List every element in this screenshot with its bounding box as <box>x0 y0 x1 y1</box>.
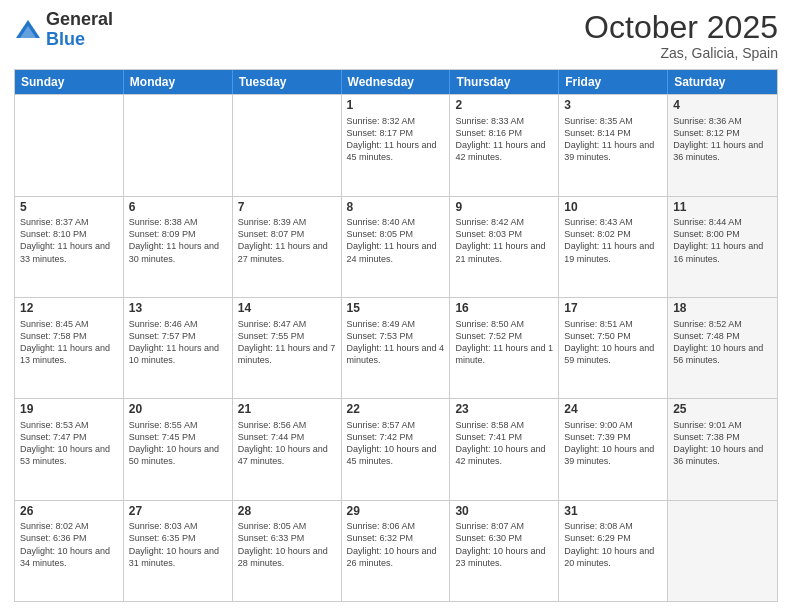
calendar-cell <box>15 95 124 195</box>
day-of-week-saturday: Saturday <box>668 70 777 94</box>
day-number: 28 <box>238 504 336 520</box>
day-number: 17 <box>564 301 662 317</box>
calendar-cell: 19Sunrise: 8:53 AM Sunset: 7:47 PM Dayli… <box>15 399 124 499</box>
calendar-cell: 27Sunrise: 8:03 AM Sunset: 6:35 PM Dayli… <box>124 501 233 601</box>
logo-text: General Blue <box>46 10 113 50</box>
calendar-cell: 29Sunrise: 8:06 AM Sunset: 6:32 PM Dayli… <box>342 501 451 601</box>
day-number: 15 <box>347 301 445 317</box>
day-info: Sunrise: 9:00 AM Sunset: 7:39 PM Dayligh… <box>564 419 662 468</box>
day-info: Sunrise: 8:52 AM Sunset: 7:48 PM Dayligh… <box>673 318 772 367</box>
title-block: October 2025 Zas, Galicia, Spain <box>584 10 778 61</box>
day-of-week-sunday: Sunday <box>15 70 124 94</box>
calendar-cell: 22Sunrise: 8:57 AM Sunset: 7:42 PM Dayli… <box>342 399 451 499</box>
day-of-week-tuesday: Tuesday <box>233 70 342 94</box>
day-info: Sunrise: 8:42 AM Sunset: 8:03 PM Dayligh… <box>455 216 553 265</box>
day-number: 10 <box>564 200 662 216</box>
calendar-cell: 5Sunrise: 8:37 AM Sunset: 8:10 PM Daylig… <box>15 197 124 297</box>
day-number: 18 <box>673 301 772 317</box>
day-number: 6 <box>129 200 227 216</box>
page: General Blue October 2025 Zas, Galicia, … <box>0 0 792 612</box>
calendar-cell: 11Sunrise: 8:44 AM Sunset: 8:00 PM Dayli… <box>668 197 777 297</box>
day-of-week-thursday: Thursday <box>450 70 559 94</box>
day-info: Sunrise: 8:33 AM Sunset: 8:16 PM Dayligh… <box>455 115 553 164</box>
calendar-cell: 25Sunrise: 9:01 AM Sunset: 7:38 PM Dayli… <box>668 399 777 499</box>
day-number: 8 <box>347 200 445 216</box>
calendar-cell: 30Sunrise: 8:07 AM Sunset: 6:30 PM Dayli… <box>450 501 559 601</box>
day-number: 5 <box>20 200 118 216</box>
calendar-cell: 21Sunrise: 8:56 AM Sunset: 7:44 PM Dayli… <box>233 399 342 499</box>
day-number: 1 <box>347 98 445 114</box>
calendar-cell: 7Sunrise: 8:39 AM Sunset: 8:07 PM Daylig… <box>233 197 342 297</box>
day-info: Sunrise: 8:57 AM Sunset: 7:42 PM Dayligh… <box>347 419 445 468</box>
day-info: Sunrise: 8:44 AM Sunset: 8:00 PM Dayligh… <box>673 216 772 265</box>
calendar-cell: 1Sunrise: 8:32 AM Sunset: 8:17 PM Daylig… <box>342 95 451 195</box>
day-info: Sunrise: 8:08 AM Sunset: 6:29 PM Dayligh… <box>564 520 662 569</box>
day-of-week-friday: Friday <box>559 70 668 94</box>
calendar-cell: 26Sunrise: 8:02 AM Sunset: 6:36 PM Dayli… <box>15 501 124 601</box>
day-info: Sunrise: 8:55 AM Sunset: 7:45 PM Dayligh… <box>129 419 227 468</box>
day-number: 27 <box>129 504 227 520</box>
calendar-row-2: 12Sunrise: 8:45 AM Sunset: 7:58 PM Dayli… <box>15 297 777 398</box>
calendar-cell: 10Sunrise: 8:43 AM Sunset: 8:02 PM Dayli… <box>559 197 668 297</box>
calendar-title: October 2025 <box>584 10 778 45</box>
day-number: 3 <box>564 98 662 114</box>
calendar-body: 1Sunrise: 8:32 AM Sunset: 8:17 PM Daylig… <box>15 94 777 601</box>
calendar-cell: 15Sunrise: 8:49 AM Sunset: 7:53 PM Dayli… <box>342 298 451 398</box>
calendar-cell: 24Sunrise: 9:00 AM Sunset: 7:39 PM Dayli… <box>559 399 668 499</box>
day-info: Sunrise: 8:51 AM Sunset: 7:50 PM Dayligh… <box>564 318 662 367</box>
calendar-cell: 23Sunrise: 8:58 AM Sunset: 7:41 PM Dayli… <box>450 399 559 499</box>
calendar-cell: 14Sunrise: 8:47 AM Sunset: 7:55 PM Dayli… <box>233 298 342 398</box>
calendar-cell: 13Sunrise: 8:46 AM Sunset: 7:57 PM Dayli… <box>124 298 233 398</box>
day-number: 16 <box>455 301 553 317</box>
calendar-cell: 17Sunrise: 8:51 AM Sunset: 7:50 PM Dayli… <box>559 298 668 398</box>
logo-general-text: General <box>46 10 113 30</box>
day-info: Sunrise: 8:39 AM Sunset: 8:07 PM Dayligh… <box>238 216 336 265</box>
day-info: Sunrise: 9:01 AM Sunset: 7:38 PM Dayligh… <box>673 419 772 468</box>
calendar-cell: 28Sunrise: 8:05 AM Sunset: 6:33 PM Dayli… <box>233 501 342 601</box>
calendar-cell: 12Sunrise: 8:45 AM Sunset: 7:58 PM Dayli… <box>15 298 124 398</box>
day-info: Sunrise: 8:03 AM Sunset: 6:35 PM Dayligh… <box>129 520 227 569</box>
calendar-cell: 8Sunrise: 8:40 AM Sunset: 8:05 PM Daylig… <box>342 197 451 297</box>
day-number: 25 <box>673 402 772 418</box>
day-info: Sunrise: 8:43 AM Sunset: 8:02 PM Dayligh… <box>564 216 662 265</box>
day-info: Sunrise: 8:37 AM Sunset: 8:10 PM Dayligh… <box>20 216 118 265</box>
day-info: Sunrise: 8:45 AM Sunset: 7:58 PM Dayligh… <box>20 318 118 367</box>
day-info: Sunrise: 8:05 AM Sunset: 6:33 PM Dayligh… <box>238 520 336 569</box>
day-info: Sunrise: 8:06 AM Sunset: 6:32 PM Dayligh… <box>347 520 445 569</box>
day-info: Sunrise: 8:38 AM Sunset: 8:09 PM Dayligh… <box>129 216 227 265</box>
day-number: 13 <box>129 301 227 317</box>
logo-blue-text: Blue <box>46 30 113 50</box>
day-number: 12 <box>20 301 118 317</box>
day-number: 30 <box>455 504 553 520</box>
day-number: 21 <box>238 402 336 418</box>
day-info: Sunrise: 8:58 AM Sunset: 7:41 PM Dayligh… <box>455 419 553 468</box>
logo: General Blue <box>14 10 113 50</box>
day-info: Sunrise: 8:46 AM Sunset: 7:57 PM Dayligh… <box>129 318 227 367</box>
calendar: SundayMondayTuesdayWednesdayThursdayFrid… <box>14 69 778 602</box>
calendar-cell <box>233 95 342 195</box>
day-number: 19 <box>20 402 118 418</box>
day-info: Sunrise: 8:32 AM Sunset: 8:17 PM Dayligh… <box>347 115 445 164</box>
day-info: Sunrise: 8:56 AM Sunset: 7:44 PM Dayligh… <box>238 419 336 468</box>
day-of-week-wednesday: Wednesday <box>342 70 451 94</box>
calendar-cell: 16Sunrise: 8:50 AM Sunset: 7:52 PM Dayli… <box>450 298 559 398</box>
day-number: 4 <box>673 98 772 114</box>
calendar-cell: 9Sunrise: 8:42 AM Sunset: 8:03 PM Daylig… <box>450 197 559 297</box>
day-info: Sunrise: 8:35 AM Sunset: 8:14 PM Dayligh… <box>564 115 662 164</box>
calendar-cell: 20Sunrise: 8:55 AM Sunset: 7:45 PM Dayli… <box>124 399 233 499</box>
day-number: 23 <box>455 402 553 418</box>
calendar-cell: 4Sunrise: 8:36 AM Sunset: 8:12 PM Daylig… <box>668 95 777 195</box>
day-info: Sunrise: 8:02 AM Sunset: 6:36 PM Dayligh… <box>20 520 118 569</box>
header: General Blue October 2025 Zas, Galicia, … <box>14 10 778 61</box>
day-number: 24 <box>564 402 662 418</box>
day-info: Sunrise: 8:07 AM Sunset: 6:30 PM Dayligh… <box>455 520 553 569</box>
calendar-row-1: 5Sunrise: 8:37 AM Sunset: 8:10 PM Daylig… <box>15 196 777 297</box>
day-info: Sunrise: 8:50 AM Sunset: 7:52 PM Dayligh… <box>455 318 553 367</box>
calendar-cell: 18Sunrise: 8:52 AM Sunset: 7:48 PM Dayli… <box>668 298 777 398</box>
calendar-row-3: 19Sunrise: 8:53 AM Sunset: 7:47 PM Dayli… <box>15 398 777 499</box>
calendar-cell: 3Sunrise: 8:35 AM Sunset: 8:14 PM Daylig… <box>559 95 668 195</box>
day-number: 29 <box>347 504 445 520</box>
day-number: 20 <box>129 402 227 418</box>
day-info: Sunrise: 8:49 AM Sunset: 7:53 PM Dayligh… <box>347 318 445 367</box>
calendar-cell: 6Sunrise: 8:38 AM Sunset: 8:09 PM Daylig… <box>124 197 233 297</box>
